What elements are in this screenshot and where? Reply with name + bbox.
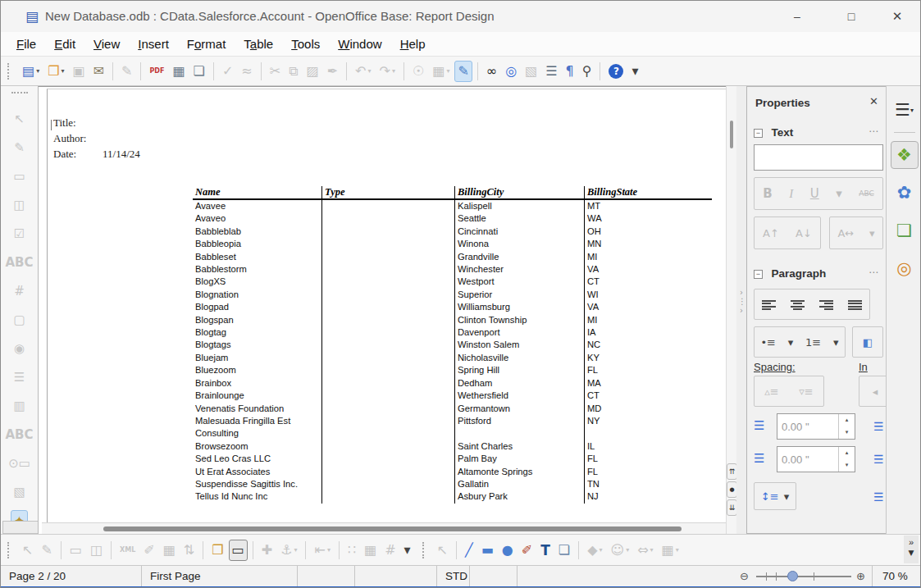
selection-mode-indicator[interactable]: STD [437, 566, 470, 587]
spin-down-icon[interactable]: ▾ [839, 459, 855, 472]
freeform-line-icon[interactable]: ✐ [518, 540, 536, 561]
sidebar-splitter[interactable]: › ⋮ › [736, 86, 746, 534]
toolbar-grip[interactable] [422, 542, 429, 558]
print-preview-icon[interactable]: ❏ [190, 61, 208, 82]
sidebar-menu-dropdown-icon[interactable]: ▾ [910, 107, 914, 114]
menu-tools[interactable]: Tools [282, 34, 329, 54]
help-icon[interactable]: ? [605, 61, 627, 82]
menu-format[interactable]: Format [178, 34, 235, 54]
text-icon[interactable]: T [537, 540, 554, 561]
snap-to-grid-icon: ▦ [361, 540, 380, 561]
ellipse-icon[interactable]: ● [499, 540, 517, 561]
gallery-tab-icon[interactable]: ❏ [891, 217, 919, 244]
spin-up-icon[interactable]: ▴ [839, 414, 855, 426]
styles-tab-icon[interactable]: ✿ [891, 179, 919, 207]
text-more-options-icon[interactable]: ⋯ [869, 125, 878, 137]
table-cell [321, 314, 454, 326]
line-icon[interactable]: ╱ [462, 540, 476, 561]
table-cell [321, 276, 454, 288]
report-design-canvas[interactable]: Title: Author: Date:11/14/24 NameTypeBil… [38, 86, 726, 534]
table-cell: Blogtags [193, 339, 321, 351]
menu-help[interactable]: Help [391, 34, 435, 54]
callout-icon[interactable]: ❏ [555, 540, 573, 561]
horizontal-scrollbar[interactable] [42, 522, 726, 534]
splitter-handle-icon[interactable]: › ⋮ › [738, 288, 745, 315]
toolbar-grip[interactable] [7, 542, 14, 558]
zoom-slider[interactable] [756, 576, 851, 577]
label-icon: ABC [2, 424, 36, 445]
table-cell: Altamonte Springs [454, 466, 584, 478]
menu-file[interactable]: File [7, 34, 45, 54]
find-replace-icon[interactable]: ∞ [483, 61, 500, 82]
add-field-icon[interactable]: ▭ [229, 540, 248, 561]
align-center-button[interactable] [791, 299, 805, 310]
collapse-paragraph-section-icon[interactable]: − [754, 270, 763, 279]
spin-up-icon[interactable]: ▴ [839, 447, 855, 459]
table-cell: IA [584, 326, 712, 339]
rectangle-icon[interactable]: ▬ [478, 540, 497, 561]
navigator-tab-icon[interactable]: ◎ [891, 254, 919, 282]
menu-table[interactable]: Table [235, 34, 282, 54]
print-icon[interactable]: ▦ [169, 61, 188, 82]
maximize-button[interactable]: □ [832, 1, 870, 32]
position-size-icon: ✚ [258, 540, 276, 561]
vertical-scrollbar-thumb[interactable] [730, 121, 733, 148]
toolbar-grip[interactable] [7, 63, 14, 80]
sidebar-menu-icon[interactable]: ☰▾ [891, 96, 919, 124]
form-navigator-icon[interactable]: ❐ [208, 540, 226, 561]
paragraph-more-options-icon[interactable]: ⋯ [869, 267, 878, 278]
page-indicator[interactable]: Page 2 / 20 [1, 566, 142, 587]
italic-button: I [786, 185, 796, 203]
above-paragraph-spacing-icon: ☰ [754, 418, 764, 433]
properties-tab-icon[interactable]: ❖ [891, 141, 919, 169]
line-spacing-dropdown-icon: ▾ [782, 489, 792, 504]
numbering-button[interactable]: 1≡ [803, 335, 823, 350]
zoom-out-icon[interactable]: ⊖ [740, 570, 749, 582]
anchor-dropdown-icon: ▾ [294, 546, 297, 554]
open-icon[interactable]: ❐▾ [44, 61, 67, 82]
below-spacing-input[interactable] [777, 447, 838, 472]
navigator-icon[interactable]: ◎ [502, 61, 520, 82]
zoom-value[interactable]: 70 % [872, 566, 908, 587]
zoom-in-icon[interactable]: ⊕ [856, 570, 865, 582]
align-right-button[interactable] [819, 299, 833, 310]
toolbar-more-icon[interactable]: ▾ [628, 61, 641, 82]
zoom-slider-thumb[interactable] [787, 571, 798, 581]
align-left-button[interactable] [762, 299, 776, 310]
spin-down-icon[interactable]: ▾ [839, 426, 855, 439]
new-document-dropdown-icon[interactable]: ▾ [36, 67, 39, 75]
formatting-marks-icon[interactable]: ¶ [563, 61, 577, 82]
open-dropdown-icon[interactable]: ▾ [61, 67, 64, 75]
close-button[interactable]: ✕ [878, 1, 916, 32]
email-icon[interactable]: ✉ [90, 61, 107, 82]
bullets-dropdown-icon[interactable]: ▾ [786, 335, 796, 350]
line-spacing-button[interactable]: ↕≡ ▾ [754, 482, 796, 510]
align-justify-button[interactable] [848, 299, 862, 310]
toolbar-dropdown-icon[interactable]: ▼ [904, 549, 919, 557]
menu-insert[interactable]: Insert [129, 34, 178, 54]
bold-button: B [760, 185, 774, 203]
collapse-text-section-icon[interactable]: − [754, 129, 763, 138]
zoom-icon[interactable]: ⚲ [579, 61, 595, 82]
bullets-button[interactable]: •≡ [758, 335, 778, 350]
menu-edit[interactable]: Edit [45, 34, 84, 54]
data-sources-icon[interactable]: ☰ [542, 61, 560, 82]
separator [261, 62, 262, 80]
close-icon[interactable]: ✕ [869, 95, 878, 107]
horizontal-scrollbar-thumb[interactable] [103, 526, 682, 531]
paragraph-background-button[interactable]: ◧ [852, 326, 883, 358]
menu-window[interactable]: Window [329, 34, 390, 54]
new-document-icon[interactable]: ▤▾ [19, 61, 43, 82]
toolbar-grip[interactable] [11, 92, 28, 98]
draw-functions-icon[interactable]: ✎ [454, 61, 472, 82]
form-toolbar-more-icon[interactable]: ▾ [401, 540, 414, 561]
minimize-button[interactable]: – [778, 1, 816, 32]
vertical-scrollbar[interactable]: ⇈ ● ⇊ [726, 86, 736, 534]
pdf-export-icon[interactable]: PDF [146, 61, 167, 82]
toolbar-chevron-icon[interactable]: » [904, 536, 919, 549]
above-spacing-input[interactable] [777, 414, 838, 439]
numbering-dropdown-icon[interactable]: ▾ [831, 335, 841, 350]
font-name-input[interactable] [754, 144, 883, 171]
page-style-indicator[interactable]: First Page [142, 566, 298, 587]
menu-view[interactable]: View [84, 34, 129, 54]
